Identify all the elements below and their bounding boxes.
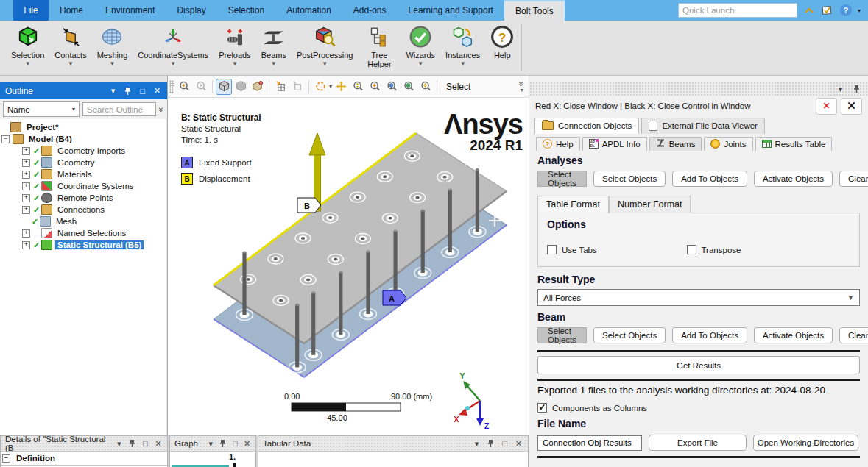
menu-home[interactable]: Home [49,0,94,21]
components-as-columns-row[interactable]: Components as Columns [537,403,860,413]
ribbon-tool-postprocessing[interactable]: PostProcessing ▼ [292,21,358,67]
feedback-checkbox-icon[interactable] [821,4,834,17]
overflow-chevron-icon[interactable]: » [158,107,166,112]
expand-expander-icon[interactable]: + [22,241,30,249]
tree-item-mesh[interactable]: ✓ Mesh [0,215,166,227]
tree-item-static-structural[interactable]: + ✓ Static Structural (B5) [0,239,166,251]
collapse-expander-icon[interactable]: − [1,135,10,143]
maximize-icon[interactable]: □ [141,439,149,449]
beam-select-objects-button[interactable]: Select Objects [593,327,666,343]
expand-expander-icon[interactable]: + [22,229,30,238]
toolbar-overflow[interactable]: » ▾ [519,80,527,93]
use-tabs-checkbox-row[interactable]: Use Tabs [547,245,687,254]
pin-icon[interactable] [128,439,137,449]
maximize-icon[interactable]: □ [138,86,147,96]
chevron-down-icon[interactable]: ▼ [271,60,277,67]
help-icon[interactable]: ? [839,4,853,17]
ribbon-tool-wizards[interactable]: Wizards ▼ [401,21,440,67]
expand-expander-icon[interactable]: + [22,194,30,202]
ribbon-tool-selection[interactable]: Selection ▼ [6,21,49,67]
select-mode-label[interactable]: Select [446,82,470,92]
chevron-down-icon[interactable]: ▼ [460,60,466,67]
zoom-to-fit-icon[interactable] [384,79,400,95]
subtab-beams[interactable]: Beams [649,137,702,151]
subtab-results-table[interactable]: Results Table [755,137,833,151]
wireframe-mode-icon[interactable] [250,79,266,95]
chevron-down-icon[interactable]: ▾ [858,7,861,14]
chevron-down-icon[interactable]: ▾ [836,85,845,94]
ribbon-tool-tree-helper[interactable]: Tree Helper [358,21,401,68]
tree-item-coordinate-systems[interactable]: + ✓ Coordinate Systems [0,180,166,192]
beam-add-to-objects-button[interactable]: Add To Objects [672,327,747,343]
transpose-checkbox-row[interactable]: Transpose [687,245,741,254]
pan-icon[interactable] [333,79,349,95]
chevron-down-icon[interactable]: ▼ [25,60,31,67]
transpose-checkbox[interactable] [687,245,696,254]
menu-add-ons[interactable]: Add-ons [342,0,398,21]
subtab-help[interactable]: ? Help [536,137,580,151]
tree-item-model[interactable]: − Model (B4) [0,133,166,145]
menu-bolt-tools[interactable]: Bolt Tools [504,0,565,21]
minimize-ribbon-icon[interactable] [802,4,816,17]
tab-number-format[interactable]: Number Format [609,196,691,213]
expand-expander-icon[interactable]: + [22,159,30,167]
chevron-down-icon[interactable]: ▼ [232,60,238,67]
menu-automation[interactable]: Automation [275,0,342,21]
maximize-icon[interactable]: □ [231,439,239,449]
chevron-down-icon[interactable]: ▾ [108,86,118,96]
tree-item-remote-points[interactable]: + ✓ Remote Points [0,192,166,204]
chevron-down-icon[interactable]: ▼ [110,60,116,67]
collapse-expander-icon[interactable]: − [2,454,10,463]
ribbon-tool-contacts[interactable]: Contacts ▼ [49,21,91,67]
chevron-down-icon[interactable]: ▼ [170,60,176,67]
menu-learning-support[interactable]: Learning and Support [398,0,504,21]
close-icon[interactable]: ✕ [243,439,251,449]
export-file-button[interactable]: Export File [649,435,747,451]
tree-item-geometry[interactable]: + ✓ Geometry [0,157,166,168]
chevron-down-icon[interactable]: ▾ [329,83,332,90]
box-zoom-icon[interactable] [367,79,383,95]
ribbon-tool-preloads[interactable]: Preloads ▼ [214,21,255,67]
pin-icon[interactable] [123,86,133,96]
close-icon[interactable]: ✕ [152,86,162,96]
zoom-to-selection-icon[interactable] [401,79,417,95]
chevron-down-icon[interactable]: ▼ [68,60,74,67]
analyses-add-to-objects-button[interactable]: Add To Objects [672,171,747,187]
search-outline-input[interactable] [82,102,156,116]
name-filter-select[interactable]: Name ▾ [3,101,80,117]
zoom-icon[interactable] [350,79,366,95]
file-menu-button[interactable]: File [13,0,49,21]
pin-icon[interactable] [852,85,861,94]
orientation-triad[interactable]: Y X Z [454,371,489,430]
expand-expander-icon[interactable]: + [22,171,30,179]
chevron-down-icon[interactable]: ▾ [207,439,215,449]
close-control-button[interactable]: ✕ [841,98,862,115]
tab-table-format[interactable]: Table Format [537,196,609,213]
section-plane-icon[interactable] [289,79,306,95]
subtab-joints[interactable]: Joints [704,137,752,151]
rotate-icon[interactable] [312,79,328,95]
shaded-exterior-icon[interactable] [233,79,249,95]
chevron-down-icon[interactable]: ▼ [322,60,328,67]
expand-expander-icon[interactable]: + [22,147,30,155]
tab-external-file-data-viewer[interactable]: External File Data Viewer [641,118,765,134]
analyses-clear-button[interactable]: Clear [839,171,868,187]
close-icon[interactable]: ✕ [514,439,523,449]
tab-connection-objects[interactable]: Connection Objects [534,118,639,134]
maximize-icon[interactable]: □ [500,439,509,449]
toolbar-grip[interactable] [169,80,174,93]
components-as-columns-checkbox[interactable] [537,403,547,413]
details-definition-row[interactable]: − Definition [1,452,167,466]
beam-clear-button[interactable]: Clear [839,327,868,343]
pin-icon[interactable] [486,439,495,449]
zoom-previous-icon[interactable] [176,79,192,95]
tree-item-connections[interactable]: + ✓ Connections [0,204,166,215]
tree-item-project[interactable]: Project* [0,121,166,133]
file-name-input[interactable] [537,435,642,451]
expand-expander-icon[interactable]: + [22,182,30,190]
tree-item-geometry-imports[interactable]: + ✓ Geometry Imports [0,145,166,157]
expand-expander-icon[interactable]: + [22,206,30,214]
analyses-activate-objects-button[interactable]: Activate Objects [754,171,833,187]
menu-environment[interactable]: Environment [94,0,166,21]
pin-icon[interactable] [219,439,227,449]
